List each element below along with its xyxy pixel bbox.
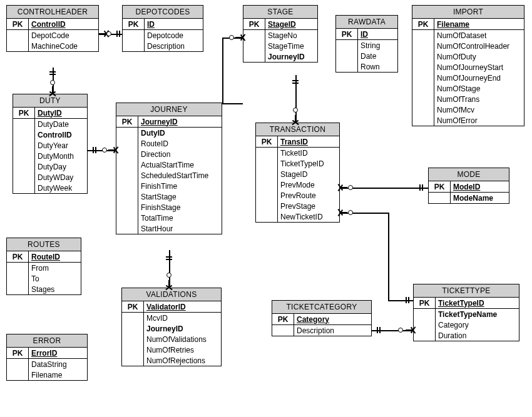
- pk-label: PK: [243, 19, 265, 30]
- rel-stage-journey-h2: [222, 103, 243, 104]
- attr: NumOfDataset: [434, 30, 524, 41]
- entity-tickettype: TICKETTYPE PK TicketTypeID TicketTypeNam…: [413, 284, 519, 341]
- optional-icon: [398, 328, 403, 333]
- attr: PrevStage: [278, 201, 340, 211]
- attr: NumOfControlHeader: [434, 41, 524, 51]
- attr: NumOfValidations: [144, 334, 222, 344]
- entity-title: DUTY: [13, 94, 87, 108]
- optional-icon: [229, 35, 234, 40]
- optional-icon: [348, 185, 353, 190]
- attr: DutyMonth: [35, 151, 88, 161]
- attr: MachineCode: [29, 41, 99, 51]
- rel-transaction-mode: [340, 188, 428, 189]
- attr: ScheduledStartTime: [138, 170, 222, 181]
- pk-attr: Category: [297, 315, 329, 324]
- pk-label: PK: [7, 348, 29, 359]
- attr: DataString: [29, 359, 88, 370]
- optional-icon: [50, 80, 55, 85]
- one-tick-icon: [422, 184, 423, 191]
- pk-label: PK: [272, 314, 294, 325]
- one-tick-icon: [166, 259, 172, 260]
- entity-title: JOURNEY: [116, 103, 222, 116]
- attr: NumOfDuty: [434, 51, 524, 62]
- pk-label: PK: [336, 29, 358, 40]
- attr: Description: [294, 325, 372, 336]
- attr: Depotcode: [145, 30, 203, 41]
- pk-label: PK: [123, 19, 145, 30]
- attr: StartStage: [138, 191, 222, 202]
- attr: NewTicketID: [278, 211, 340, 222]
- pk-label: PK: [7, 19, 29, 30]
- attr: DutyDay: [35, 161, 88, 172]
- attr: NumOfTrans: [434, 94, 524, 104]
- attr: Direction: [138, 149, 222, 159]
- pk-attr: DutyID: [38, 109, 62, 118]
- attr: TicketTypeID: [278, 158, 340, 169]
- attr: From: [29, 263, 81, 274]
- one-tick-icon: [292, 80, 299, 81]
- entity-stage: STAGE PK StageID StageNo StageTime Journ…: [243, 5, 318, 63]
- entity-transaction: TRANSACTION PK TransID TicketID TicketTy…: [255, 123, 340, 223]
- attr: Description: [145, 41, 203, 51]
- optional-icon: [106, 31, 111, 36]
- one-tick-icon: [406, 297, 407, 303]
- one-tick-icon: [292, 83, 299, 84]
- attr: DutyWDay: [35, 172, 88, 183]
- fk-attr: TicketTypeName: [438, 310, 497, 319]
- entity-title: RAWDATA: [336, 16, 397, 29]
- attr: TotalTime: [138, 213, 222, 223]
- pk-attr: TransID: [280, 138, 308, 146]
- entity-controlheader: CONTROLHEADER PK ControlID DepotCode Mac…: [6, 5, 99, 52]
- fk-attr: DutyID: [141, 129, 165, 138]
- attr: To: [29, 273, 81, 284]
- one-tick-icon: [419, 184, 421, 191]
- rel-transaction-tickettype-v: [388, 213, 389, 300]
- crowfoot-icon: [292, 115, 299, 123]
- entity-title: TICKETTYPE: [414, 284, 519, 298]
- entity-title: VALIDATIONS: [122, 288, 221, 301]
- crowfoot-icon: [49, 86, 56, 94]
- crowfoot-icon: [165, 280, 173, 288]
- attr: StartHour: [138, 223, 222, 234]
- one-tick-icon: [95, 147, 96, 153]
- entity-title: DEPOTCODES: [123, 6, 203, 19]
- attr: StageID: [278, 169, 340, 179]
- attr: Filename: [29, 369, 88, 380]
- attr: Stages: [29, 284, 81, 294]
- pk-label: PK: [7, 251, 29, 263]
- entity-title: CONTROLHEADER: [7, 6, 98, 19]
- entity-title: IMPORT: [412, 6, 524, 19]
- pk-attr: TicketTypeID: [438, 299, 484, 308]
- attr: ActualStartTime: [138, 159, 222, 170]
- entity-duty: DUTY PK DutyID DutyDate ControlID DutyYe…: [13, 94, 88, 194]
- one-tick-icon: [119, 31, 120, 37]
- crowfoot-icon: [340, 184, 347, 191]
- attr: Date: [358, 51, 398, 61]
- attr: DutyYear: [35, 140, 88, 151]
- entity-mode: MODE PK ModeID ModeName: [428, 168, 509, 204]
- pk-attr: StageID: [268, 20, 296, 29]
- attr: RouteID: [138, 138, 222, 149]
- entity-depotcodes: DEPOTCODES PK ID Depotcode Description: [122, 5, 203, 52]
- crowfoot-icon: [235, 34, 243, 41]
- attr: PrevMode: [278, 179, 340, 190]
- pk-attr: Filename: [437, 20, 469, 29]
- rel-stage-journey-v: [222, 38, 223, 103]
- attr: StageNo: [265, 30, 318, 41]
- attr: NumOfJourneyEnd: [434, 73, 524, 83]
- entity-import: IMPORT PK Filename NumOfDataset NumOfCon…: [412, 5, 524, 126]
- crowfoot-icon: [340, 209, 347, 216]
- one-tick-icon: [49, 71, 56, 73]
- optional-icon: [348, 210, 353, 215]
- entity-routes: ROUTES PK RouteID From To Stages: [6, 238, 81, 295]
- pk-label: PK: [13, 108, 35, 119]
- attr: FinishTime: [138, 181, 222, 191]
- attr: DutyWeek: [35, 183, 88, 193]
- crowfoot-icon: [108, 146, 116, 154]
- pk-attr: ModeID: [453, 183, 480, 191]
- one-tick-icon: [116, 31, 118, 37]
- one-tick-icon: [408, 297, 409, 303]
- entity-title: MODE: [429, 168, 509, 181]
- pk-label: PK: [256, 136, 278, 148]
- one-tick-icon: [377, 327, 378, 333]
